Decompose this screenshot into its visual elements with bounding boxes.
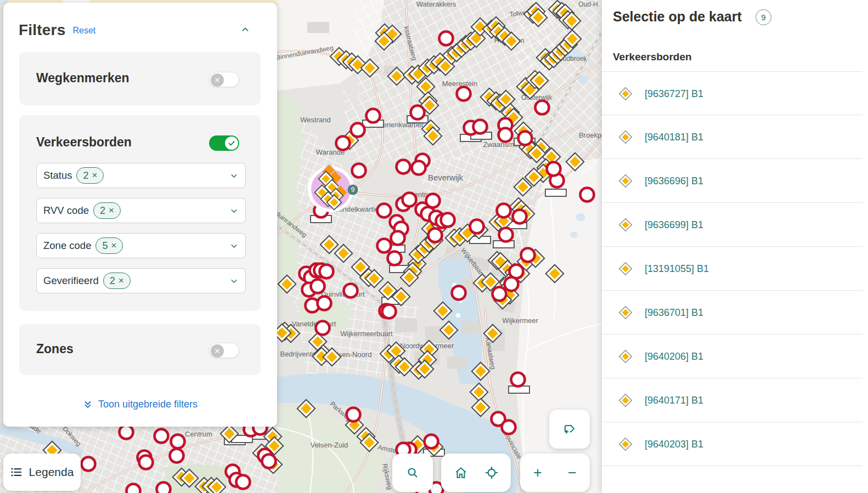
svg-text:Oud-H: Oud-H bbox=[578, 1, 598, 8]
svg-text:Waterakkers: Waterakkers bbox=[416, 0, 456, 8]
svg-text:Centrum: Centrum bbox=[185, 430, 212, 438]
svg-text:Beverwijk: Beverwijk bbox=[428, 173, 464, 182]
svg-text:9: 9 bbox=[351, 186, 355, 194]
svg-text:Meerestein: Meerestein bbox=[442, 80, 477, 88]
svg-text:Velsen-Zuid: Velsen-Zuid bbox=[311, 441, 348, 449]
svg-text:Wijkermeerbuurt: Wijkermeerbuurt bbox=[340, 330, 393, 338]
svg-text:Wijkermeer: Wijkermeer bbox=[502, 316, 538, 325]
svg-text:Westrand: Westrand bbox=[300, 116, 330, 124]
